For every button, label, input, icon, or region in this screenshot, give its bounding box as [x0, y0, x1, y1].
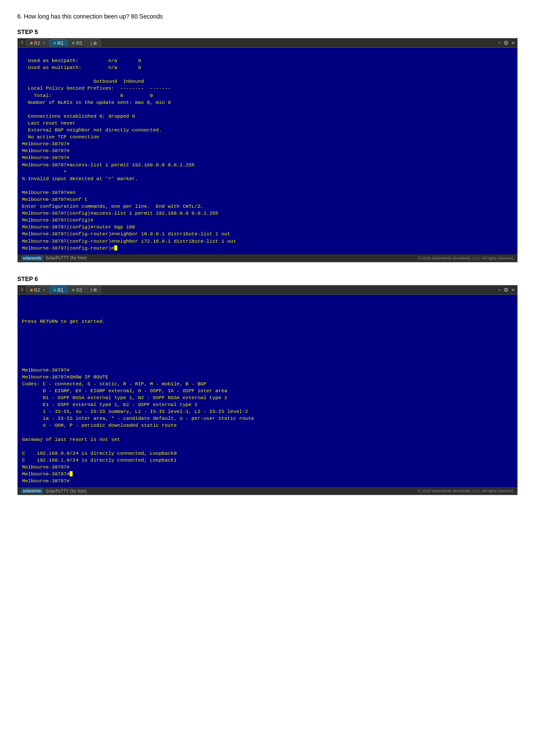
terminal-line: Enter configuration commands, one per li…: [22, 203, 513, 210]
tab-label-R3: R3: [76, 41, 82, 46]
tab-dot-R3-s6: [72, 289, 75, 291]
terminal-line: [22, 353, 513, 359]
tab-dot-R2-s6: [30, 289, 33, 291]
copyright-step6: © 2018 SolarWinds Worldwide, LLC. All ri…: [418, 489, 514, 493]
terminal-line: Total: 0 0: [22, 92, 513, 99]
tab-plus-step5[interactable]: | ⊕: [87, 39, 101, 47]
terminal-line: No active TCP connection: [22, 134, 513, 141]
terminal-line: [22, 325, 513, 332]
terminal-line: Outbound Inbound: [22, 78, 513, 85]
terminal-line: [22, 360, 513, 367]
terminal-line: ia - IS-IS inter area, * - candidate def…: [22, 415, 513, 422]
terminal-line: [22, 106, 513, 113]
step5-section: STEP 5 ⠿ R2 × R1 R3: [17, 28, 518, 262]
tab-menu-icon-step6[interactable]: ⠿: [20, 287, 24, 293]
terminal-line: Melbourne-38797(config-router)#neighbor …: [22, 238, 513, 245]
tab-close-R2[interactable]: ×: [43, 41, 45, 45]
solarwinds-logo-s6: solarwinds: [21, 488, 43, 494]
terminal-line: [22, 339, 513, 346]
question-text: 6. How long has this connection been up?…: [17, 13, 518, 20]
terminal-line: Melbourne-38797#SHOW IP ROUTE: [22, 374, 513, 381]
tab-R1-step5[interactable]: R1: [50, 39, 67, 47]
titlebar-controls-s6: − ⚙ ×: [498, 287, 515, 293]
step6-label: STEP 6: [17, 275, 518, 282]
tab-R2-step5[interactable]: R2 ×: [26, 39, 49, 47]
terminal-body-step6[interactable]: Press RETURN to get started. Melbourne-3…: [18, 295, 517, 487]
tab-R3-step5[interactable]: R3: [68, 39, 86, 47]
terminal-footer-step5: solarwinds SolarPuTTY (for free) © 2018 …: [18, 254, 517, 262]
terminal-line: [22, 346, 513, 353]
terminal-line: C 192.168.0.0/24 is directly connected, …: [22, 450, 513, 457]
tab-R2-step6[interactable]: R2 ×: [26, 286, 49, 294]
terminal-line: [22, 71, 513, 78]
step6-section: STEP 6 ⠿ R2 × R1 R3: [17, 275, 518, 496]
titlebar-step6: ⠿ R2 × R1 R3 | ⊕: [18, 285, 517, 295]
tab-close-R2-s6[interactable]: ×: [43, 288, 45, 292]
tab-label-R2-s6: R2: [34, 287, 40, 293]
minimize-button-step5[interactable]: −: [498, 40, 501, 46]
copyright-step5: © 2018 SolarWinds Worldwide, LLC. All ri…: [418, 256, 514, 260]
terminal-line: Melbourne-38797#: [22, 464, 513, 471]
terminal-line: [22, 332, 513, 339]
terminal-line: Melbourne-38797#█: [22, 471, 513, 478]
tab-menu-icon[interactable]: ⠿: [20, 40, 24, 46]
minimize-button-step6[interactable]: −: [498, 287, 501, 293]
terminal-line: Melbourne-38797#: [22, 147, 513, 154]
terminal-line: C 192.168.1.0/24 is directly connected, …: [22, 457, 513, 464]
close-button-step5[interactable]: ×: [511, 40, 515, 46]
terminal-line: Last reset never: [22, 120, 513, 127]
terminal-line: Melbourne-38797(config)#router bgp 100: [22, 224, 513, 231]
terminal-line: [22, 311, 513, 318]
titlebar-tabs: ⠿ R2 × R1 R3 | ⊕: [20, 39, 101, 47]
terminal-line: Melbourne-38797(config-router)#█: [22, 245, 513, 252]
tab-R3-step6[interactable]: R3: [68, 286, 86, 294]
settings-button-step6[interactable]: ⚙: [504, 287, 509, 293]
app-name-step5: SolarPuTTY (for free): [46, 256, 87, 260]
terminal-line: Gateway of last resort is not set: [22, 436, 513, 443]
tab-label-R3-s6: R3: [76, 287, 82, 293]
terminal-line: Local Policy Denied Prefixes: -------- -…: [22, 85, 513, 92]
tab-dot-R1-s6: [53, 289, 56, 291]
tab-dot-R3: [72, 42, 75, 44]
terminal-line: [22, 297, 513, 304]
terminal-line: Used as multipath: n/a 0: [22, 64, 513, 71]
terminal-line: External BGP neighbor not directly conne…: [22, 127, 513, 134]
terminal-line: Melbourne-38797#: [22, 141, 513, 147]
terminal-footer-step6: solarwinds SolarPuTTY (for free) © 2018 …: [18, 487, 517, 495]
terminal-line: o - ODR, P - periodic downloaded static …: [22, 422, 513, 429]
tab-R1-step6[interactable]: R1: [50, 286, 67, 294]
terminal-body-step5[interactable]: Used as bestpath: n/a 0 Used as multipat…: [18, 48, 517, 254]
settings-button-step5[interactable]: ⚙: [504, 40, 509, 46]
terminal-line: D - EIGRP, EX - EIGRP external, O - OSPF…: [22, 387, 513, 394]
tab-label-R2: R2: [34, 41, 40, 46]
terminal-line: E1 - OSPF external type 1, E2 - OSPF ext…: [22, 401, 513, 408]
terminal-line: ^: [22, 169, 513, 175]
terminal-line: [22, 304, 513, 311]
terminal-window-step6: ⠿ R2 × R1 R3 | ⊕: [17, 285, 518, 496]
terminal-line: Melbourne-38797#conf t: [22, 196, 513, 203]
terminal-line: [22, 443, 513, 450]
terminal-line: N1 - OSPF NSSA external type 1, N2 - OSP…: [22, 394, 513, 401]
tab-dot-R1: [53, 42, 56, 44]
tab-plus-step6[interactable]: | ⊕: [87, 286, 101, 294]
terminal-line: Press RETURN to get started.: [22, 318, 513, 325]
close-button-step6[interactable]: ×: [511, 287, 515, 293]
tab-label-R1: R1: [57, 41, 63, 46]
terminal-line: [22, 50, 513, 57]
terminal-line: Melbourne-38797#access-list 1 permit 192…: [22, 162, 513, 169]
terminal-line: Melbourne-38797#: [22, 154, 513, 161]
terminal-line: Melbourne-38797(config-router)#neighbor …: [22, 231, 513, 237]
tab-label-plus: | ⊕: [91, 41, 97, 46]
terminal-line: % Invalid input detected at '^' marker.: [22, 175, 513, 182]
terminal-line: [22, 182, 513, 189]
titlebar-step5: ⠿ R2 × R1 R3 | ⊕: [18, 38, 517, 48]
step5-label: STEP 5: [17, 28, 518, 35]
tab-label-plus-s6: | ⊕: [91, 287, 97, 293]
terminal-line: Number of NLRIs in the update sent: max …: [22, 99, 513, 106]
terminal-line: [22, 429, 513, 436]
tab-dot-R2: [30, 42, 33, 44]
terminal-line: Codes: C - connected, S - static, R - RI…: [22, 381, 513, 387]
app-name-step6: SolarPuTTY (for free): [46, 489, 87, 494]
tab-label-R1-s6: R1: [57, 287, 63, 293]
terminal-line: Melbourne-38797#: [22, 367, 513, 374]
